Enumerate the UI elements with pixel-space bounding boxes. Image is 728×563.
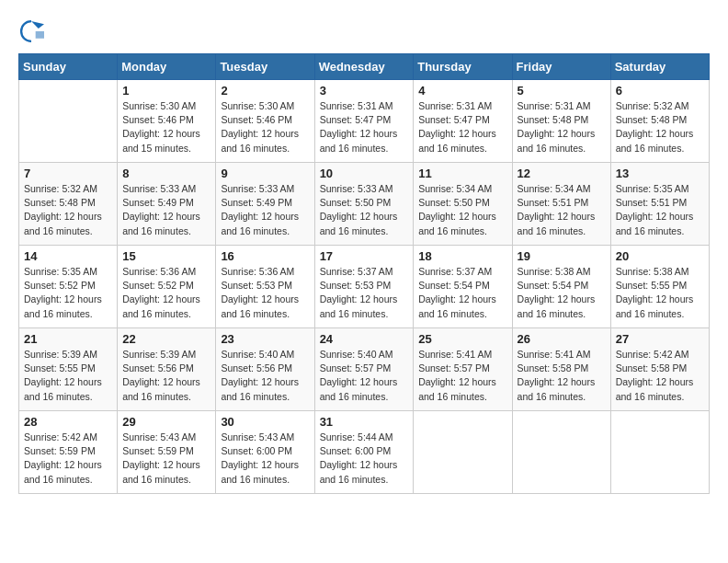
day-number: 3	[320, 84, 409, 98]
day-number: 18	[418, 249, 506, 263]
cell-info: Sunrise: 5:31 AMSunset: 5:47 PMDaylight:…	[418, 99, 506, 155]
cell-info: Sunrise: 5:36 AMSunset: 5:52 PMDaylight:…	[122, 265, 210, 321]
calendar-cell	[610, 411, 709, 494]
day-number: 19	[518, 249, 606, 263]
day-number: 6	[616, 84, 704, 98]
cell-info: Sunrise: 5:38 AMSunset: 5:54 PMDaylight:…	[518, 265, 606, 321]
column-header-saturday: Saturday	[610, 54, 709, 80]
column-header-sunday: Sunday	[19, 54, 118, 80]
day-number: 2	[221, 84, 309, 98]
calendar-cell: 26Sunrise: 5:41 AMSunset: 5:58 PMDayligh…	[512, 328, 610, 411]
calendar-cell: 18Sunrise: 5:37 AMSunset: 5:54 PMDayligh…	[414, 246, 512, 328]
cell-info: Sunrise: 5:37 AMSunset: 5:53 PMDaylight:…	[320, 265, 409, 321]
day-number: 10	[320, 167, 409, 180]
week-row-5: 28Sunrise: 5:42 AMSunset: 5:59 PMDayligh…	[19, 411, 710, 494]
calendar-cell: 27Sunrise: 5:42 AMSunset: 5:58 PMDayligh…	[610, 328, 709, 411]
calendar-cell: 17Sunrise: 5:37 AMSunset: 5:53 PMDayligh…	[314, 246, 414, 328]
calendar-cell: 22Sunrise: 5:39 AMSunset: 5:56 PMDayligh…	[118, 328, 216, 411]
calendar-cell: 5Sunrise: 5:31 AMSunset: 5:48 PMDaylight…	[512, 80, 610, 163]
calendar-table: SundayMondayTuesdayWednesdayThursdayFrid…	[18, 53, 710, 494]
cell-info: Sunrise: 5:43 AMSunset: 5:59 PMDaylight:…	[122, 431, 210, 487]
cell-info: Sunrise: 5:41 AMSunset: 5:58 PMDaylight:…	[518, 348, 606, 404]
calendar-cell: 11Sunrise: 5:34 AMSunset: 5:50 PMDayligh…	[414, 163, 512, 246]
cell-info: Sunrise: 5:39 AMSunset: 5:55 PMDaylight:…	[24, 348, 112, 404]
header	[18, 18, 710, 44]
calendar-cell: 15Sunrise: 5:36 AMSunset: 5:52 PMDayligh…	[118, 246, 216, 328]
calendar-cell: 1Sunrise: 5:30 AMSunset: 5:46 PMDaylight…	[118, 80, 216, 163]
calendar-cell: 6Sunrise: 5:32 AMSunset: 5:48 PMDaylight…	[610, 80, 709, 163]
calendar-cell: 21Sunrise: 5:39 AMSunset: 5:55 PMDayligh…	[19, 328, 118, 411]
day-number: 26	[518, 332, 606, 346]
cell-info: Sunrise: 5:34 AMSunset: 5:51 PMDaylight:…	[518, 182, 606, 238]
cell-info: Sunrise: 5:42 AMSunset: 5:59 PMDaylight:…	[24, 431, 112, 487]
day-number: 20	[616, 249, 704, 263]
cell-info: Sunrise: 5:44 AMSunset: 6:00 PMDaylight:…	[320, 431, 409, 487]
cell-info: Sunrise: 5:32 AMSunset: 5:48 PMDaylight:…	[24, 182, 112, 238]
day-number: 16	[221, 249, 309, 263]
calendar-cell: 7Sunrise: 5:32 AMSunset: 5:48 PMDaylight…	[19, 163, 118, 246]
logo	[18, 18, 48, 44]
calendar-cell: 3Sunrise: 5:31 AMSunset: 5:47 PMDaylight…	[314, 80, 414, 163]
column-header-wednesday: Wednesday	[314, 54, 414, 80]
day-number: 15	[122, 249, 210, 263]
calendar-cell: 31Sunrise: 5:44 AMSunset: 6:00 PMDayligh…	[314, 411, 414, 494]
day-number: 14	[24, 249, 112, 263]
calendar-cell: 20Sunrise: 5:38 AMSunset: 5:55 PMDayligh…	[610, 246, 709, 328]
cell-info: Sunrise: 5:32 AMSunset: 5:48 PMDaylight:…	[616, 99, 704, 155]
day-number: 12	[518, 167, 606, 180]
calendar-cell: 30Sunrise: 5:43 AMSunset: 6:00 PMDayligh…	[216, 411, 314, 494]
day-number: 22	[122, 332, 210, 346]
column-header-friday: Friday	[512, 54, 610, 80]
cell-info: Sunrise: 5:33 AMSunset: 5:50 PMDaylight:…	[320, 182, 409, 238]
cell-info: Sunrise: 5:36 AMSunset: 5:53 PMDaylight:…	[221, 265, 309, 321]
day-number: 11	[418, 167, 506, 180]
cell-info: Sunrise: 5:33 AMSunset: 5:49 PMDaylight:…	[122, 182, 210, 238]
calendar-cell: 29Sunrise: 5:43 AMSunset: 5:59 PMDayligh…	[118, 411, 216, 494]
cell-info: Sunrise: 5:43 AMSunset: 6:00 PMDaylight:…	[221, 431, 309, 487]
day-number: 28	[24, 415, 112, 429]
day-number: 30	[221, 415, 309, 429]
cell-info: Sunrise: 5:42 AMSunset: 5:58 PMDaylight:…	[616, 348, 704, 404]
cell-info: Sunrise: 5:40 AMSunset: 5:57 PMDaylight:…	[320, 348, 409, 404]
calendar-cell: 2Sunrise: 5:30 AMSunset: 5:46 PMDaylight…	[216, 80, 314, 163]
week-row-3: 14Sunrise: 5:35 AMSunset: 5:52 PMDayligh…	[19, 246, 710, 328]
calendar-cell: 12Sunrise: 5:34 AMSunset: 5:51 PMDayligh…	[512, 163, 610, 246]
day-number: 27	[616, 332, 704, 346]
calendar-cell	[19, 80, 118, 163]
cell-info: Sunrise: 5:37 AMSunset: 5:54 PMDaylight:…	[418, 265, 506, 321]
cell-info: Sunrise: 5:35 AMSunset: 5:51 PMDaylight:…	[616, 182, 704, 238]
day-number: 31	[320, 415, 409, 429]
calendar-cell: 4Sunrise: 5:31 AMSunset: 5:47 PMDaylight…	[414, 80, 512, 163]
calendar-cell: 28Sunrise: 5:42 AMSunset: 5:59 PMDayligh…	[19, 411, 118, 494]
cell-info: Sunrise: 5:41 AMSunset: 5:57 PMDaylight:…	[418, 348, 506, 404]
cell-info: Sunrise: 5:38 AMSunset: 5:55 PMDaylight:…	[616, 265, 704, 321]
week-row-4: 21Sunrise: 5:39 AMSunset: 5:55 PMDayligh…	[19, 328, 710, 411]
week-row-2: 7Sunrise: 5:32 AMSunset: 5:48 PMDaylight…	[19, 163, 710, 246]
day-number: 8	[122, 167, 210, 180]
day-number: 24	[320, 332, 409, 346]
calendar-cell: 14Sunrise: 5:35 AMSunset: 5:52 PMDayligh…	[19, 246, 118, 328]
cell-info: Sunrise: 5:31 AMSunset: 5:48 PMDaylight:…	[518, 99, 606, 155]
cell-info: Sunrise: 5:35 AMSunset: 5:52 PMDaylight:…	[24, 265, 112, 321]
day-number: 4	[418, 84, 506, 98]
day-number: 9	[221, 167, 309, 180]
day-number: 1	[122, 84, 210, 98]
calendar-cell: 10Sunrise: 5:33 AMSunset: 5:50 PMDayligh…	[314, 163, 414, 246]
column-header-thursday: Thursday	[414, 54, 512, 80]
calendar-cell: 23Sunrise: 5:40 AMSunset: 5:56 PMDayligh…	[216, 328, 314, 411]
calendar-cell	[414, 411, 512, 494]
day-number: 13	[616, 167, 704, 180]
day-number: 7	[24, 167, 112, 180]
calendar-cell: 16Sunrise: 5:36 AMSunset: 5:53 PMDayligh…	[216, 246, 314, 328]
header-row: SundayMondayTuesdayWednesdayThursdayFrid…	[19, 54, 710, 80]
column-header-tuesday: Tuesday	[216, 54, 314, 80]
logo-icon	[18, 18, 44, 44]
calendar-cell: 25Sunrise: 5:41 AMSunset: 5:57 PMDayligh…	[414, 328, 512, 411]
calendar-cell: 9Sunrise: 5:33 AMSunset: 5:49 PMDaylight…	[216, 163, 314, 246]
calendar-cell	[512, 411, 610, 494]
cell-info: Sunrise: 5:31 AMSunset: 5:47 PMDaylight:…	[320, 99, 409, 155]
calendar-cell: 13Sunrise: 5:35 AMSunset: 5:51 PMDayligh…	[610, 163, 709, 246]
cell-info: Sunrise: 5:40 AMSunset: 5:56 PMDaylight:…	[221, 348, 309, 404]
cell-info: Sunrise: 5:33 AMSunset: 5:49 PMDaylight:…	[221, 182, 309, 238]
day-number: 21	[24, 332, 112, 346]
